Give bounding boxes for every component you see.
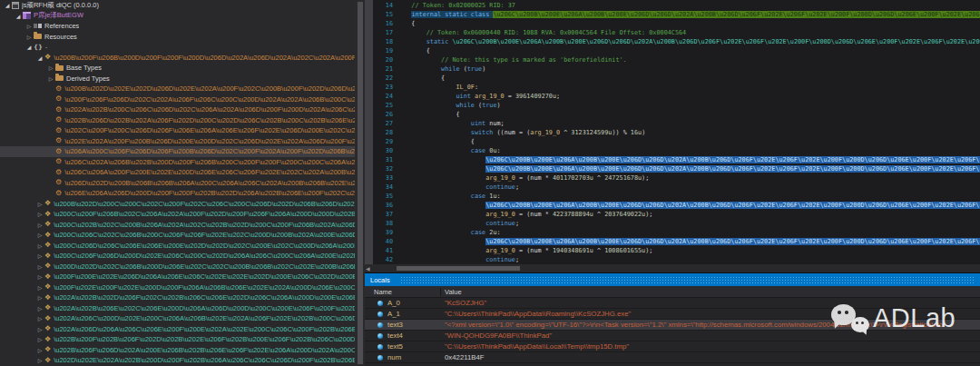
- scroll-left-arrow-icon[interactable]: ◀: [366, 265, 370, 272]
- tree-item[interactable]: ▷❖\u200C\u202B\u202C\u200B\u206A\u202A\u…: [0, 220, 355, 231]
- collapsed-arrow-icon[interactable]: ▷: [35, 336, 44, 342]
- code-line[interactable]: 38 continue;: [373, 219, 980, 228]
- highlighted-symbol[interactable]: \u206C\u200B\u200E\u206A\u200B\u200E\u20…: [485, 238, 980, 245]
- collapsed-arrow-icon[interactable]: ▷: [35, 232, 44, 238]
- tree-item[interactable]: ⚙\u206D\u202D\u200B\u206B\u206B\u206A\u2…: [0, 178, 355, 189]
- tree-item[interactable]: ▷References: [0, 21, 355, 32]
- tree-item[interactable]: ▷❖\u200F\u202E\u200F\u202E\u200D\u200F\u…: [0, 282, 355, 293]
- tree-item[interactable]: ◢❖\u200B\u200F\u206B\u200D\u200F\u200F\u…: [0, 53, 355, 64]
- code-line[interactable]: 22 {: [373, 74, 980, 83]
- code-line[interactable]: 17 // Token: 0x06000440 RID: 1088 RVA: 0…: [373, 28, 980, 37]
- code-line[interactable]: 23 IL_0F:: [373, 83, 980, 92]
- expanded-arrow-icon[interactable]: ◢: [35, 54, 44, 61]
- code-line[interactable]: 42 continue;: [373, 255, 980, 264]
- collapsed-arrow-icon[interactable]: ▷: [35, 242, 44, 249]
- code-horizontal-scrollbar[interactable]: ◀: [365, 264, 980, 272]
- tree-item[interactable]: ⚙\u202A\u202B\u200C\u206C\u206D\u202C\u2…: [0, 104, 355, 115]
- locals-title-bar[interactable]: Locals: [365, 273, 980, 286]
- code-line[interactable]: 41 arg_19_0 = (num * 1940348691u ^ 10086…: [373, 246, 980, 255]
- tree-item[interactable]: ▷Resources: [0, 32, 355, 43]
- code-line[interactable]: 39 case 2u:: [373, 228, 980, 237]
- code-line[interactable]: 29 {: [373, 137, 980, 146]
- code-scrollbar-thumb[interactable]: [397, 266, 520, 271]
- tree-item[interactable]: ▷❖\u202A\u206D\u206A\u206C\u206E\u200F\u…: [0, 324, 355, 335]
- collapsed-arrow-icon[interactable]: ▷: [35, 201, 44, 207]
- tree-item[interactable]: ▷❖\u200C\u206C\u202C\u206B\u200C\u206F\u…: [0, 230, 355, 241]
- tree-item[interactable]: ▷Base Types: [0, 63, 355, 74]
- locals-row[interactable]: text4"WIN-QOHDG9FA0BF\\ThinkPad": [365, 331, 980, 341]
- collapsed-arrow-icon[interactable]: ▷: [35, 284, 44, 291]
- code-line[interactable]: 33 arg_19_0 = (num * 4011702703u ^ 24725…: [373, 173, 980, 183]
- locals-row[interactable]: num0x42211B4F: [365, 352, 980, 363]
- code-line[interactable]: 31 \u206C\u200B\u200E\u206A\u200B\u200E\…: [373, 155, 980, 164]
- tree-item[interactable]: ▷❖\u202A\u206C\u200D\u202E\u200C\u206A\u…: [0, 313, 355, 324]
- locals-row[interactable]: A_0"KcSOZJHG": [365, 298, 980, 309]
- locals-column-value[interactable]: Value: [441, 288, 980, 296]
- code-line[interactable]: 36 \u206C\u200B\u200E\u206A\u200B\u200E\…: [373, 201, 980, 210]
- highlighted-symbol[interactable]: \u206C\u200B\u200E\u206A\u200B\u200E\u20…: [485, 165, 980, 173]
- tree-item[interactable]: ▷❖\u200C\u200F\u206B\u202C\u206A\u202A\u…: [0, 209, 355, 220]
- code-line[interactable]: 14 // Token: 0x02000025 RID: 37: [373, 1, 980, 10]
- code-line[interactable]: 28 switch ((num = (arg_19_0 ^ 3123124599…: [373, 128, 980, 137]
- tree-item[interactable]: ▷❖\u200B\u202D\u200C\u200C\u202C\u200F\u…: [0, 199, 355, 210]
- locals-row[interactable]: A_1"C:\\Users\\ThinkPad\\AppData\\Roamin…: [365, 309, 980, 320]
- tree-item[interactable]: ⚙\u200B\u202D\u202E\u202D\u206D\u202E\u2…: [0, 84, 355, 94]
- tree-item[interactable]: ▷❖\u202A\u202B\u206E\u202C\u206E\u200D\u…: [0, 303, 355, 314]
- code-line[interactable]: 27 uint num;: [373, 119, 980, 128]
- collapsed-arrow-icon[interactable]: ▷: [35, 263, 44, 270]
- tree-item[interactable]: ▷❖\u202B\u206F\u206D\u202A\u200E\u206B\u…: [0, 345, 355, 356]
- tree-item[interactable]: ⚙\u206C\u202A\u206B\u202B\u200D\u200F\u2…: [0, 157, 355, 168]
- tree-item[interactable]: ▷❖\u202A\u202B\u202D\u206F\u202C\u202B\u…: [0, 292, 355, 303]
- code-line[interactable]: 21 while (true): [373, 64, 980, 74]
- code-line[interactable]: 32 \u206C\u200B\u200E\u206A\u200B\u200E\…: [373, 164, 980, 173]
- code-line[interactable]: 30 case 0u:: [373, 146, 980, 155]
- collapsed-arrow-icon[interactable]: ▷: [35, 357, 44, 363]
- code-line[interactable]: 34 continue;: [373, 183, 980, 192]
- code-line[interactable]: 20 // Note: this type is marked as 'befo…: [373, 55, 980, 64]
- tree-item[interactable]: ▷❖\u200C\u206D\u206C\u206E\u206E\u200E\u…: [0, 241, 355, 252]
- collapsed-arrow-icon[interactable]: ▷: [35, 347, 44, 353]
- code-line[interactable]: 24 uint arg_19_0 = 3961409270u;: [373, 92, 980, 101]
- tree-item[interactable]: ⚙\u200F\u206F\u206D\u202C\u202A\u206F\u2…: [0, 94, 355, 105]
- tree-scrollbar-thumb[interactable]: [358, 2, 363, 364]
- tree-item[interactable]: ▷❖\u200D\u202D\u202C\u206B\u200D\u206E\u…: [0, 262, 355, 272]
- code-line[interactable]: 40 \u206C\u200B\u200E\u206A\u200B\u200E\…: [373, 237, 980, 246]
- tree-vertical-scrollbar[interactable]: [355, 0, 365, 366]
- expanded-arrow-icon[interactable]: ◢: [3, 2, 12, 8]
- collapsed-arrow-icon[interactable]: ▷: [24, 23, 34, 29]
- locals-row[interactable]: text5"C:\\Users\\ThinkPad\\AppData\\Loca…: [365, 341, 980, 352]
- tree-item[interactable]: ⚙\u202C\u200F\u200C\u206D\u206F\u206E\u2…: [0, 125, 355, 136]
- collapsed-arrow-icon[interactable]: ▷: [35, 315, 44, 321]
- expanded-arrow-icon[interactable]: ◢: [24, 44, 34, 50]
- locals-column-name[interactable]: Name: [365, 288, 441, 296]
- collapsed-arrow-icon[interactable]: ▷: [35, 211, 44, 217]
- collapsed-arrow-icon[interactable]: ▷: [35, 252, 44, 259]
- tree-item[interactable]: ▷❖\u202B\u200F\u202B\u206F\u202D\u202B\u…: [0, 334, 355, 345]
- tree-item[interactable]: ⚙\u206C\u206A\u200F\u200E\u202E\u200D\u2…: [0, 167, 355, 178]
- code-line[interactable]: 15 internal static class \u206C\u200B\u2…: [373, 10, 980, 19]
- code-line[interactable]: 37 arg_19_0 = (num * 4223788894u ^ 20376…: [373, 210, 980, 219]
- tree-item[interactable]: ⚙\u206A\u200C\u206F\u206D\u206F\u200B\u2…: [0, 146, 355, 157]
- tree-item[interactable]: ⚙\u206E\u206A\u206D\u200D\u200F\u200F\u2…: [0, 188, 355, 199]
- code-editor[interactable]: 14 // Token: 0x02000025 RID: 3715 intern…: [365, 0, 980, 264]
- breakpoint-gutter[interactable]: [365, 0, 373, 264]
- tree-item[interactable]: ▷❖\u200F\u200E\u202E\u206D\u206A\u206E\u…: [0, 272, 355, 282]
- code-line[interactable]: 26 {: [373, 110, 980, 119]
- code-line[interactable]: 16 {: [373, 19, 980, 28]
- collapsed-arrow-icon[interactable]: ▷: [46, 64, 55, 71]
- tree-item[interactable]: ◢{}-: [0, 42, 355, 53]
- code-line[interactable]: 35 case 1u:: [373, 192, 980, 201]
- code-line[interactable]: 25 while (true): [373, 101, 980, 110]
- tree-item[interactable]: ▷❖\u200C\u206F\u206D\u200D\u202E\u206C\u…: [0, 251, 355, 262]
- collapsed-arrow-icon[interactable]: ▷: [35, 305, 44, 312]
- collapsed-arrow-icon[interactable]: ▷: [35, 222, 44, 228]
- tree-item[interactable]: ◢P席je泽ButEGW: [0, 11, 355, 22]
- collapsed-arrow-icon[interactable]: ▷: [24, 34, 34, 40]
- tree-item[interactable]: ◢js顽RFH顽 diQC (0.0.0.0): [0, 0, 355, 11]
- tree-item[interactable]: ⚙\u202E\u202A\u200F\u200B\u206D\u200E\u2…: [0, 136, 355, 147]
- highlighted-symbol[interactable]: \u206C\u200B\u200E\u206A\u200B\u200E\u20…: [485, 202, 980, 209]
- collapsed-arrow-icon[interactable]: ▷: [35, 294, 44, 301]
- highlighted-symbol[interactable]: \u206C\u200B\u200E\u206A\u200B\u200E\u20…: [485, 156, 980, 163]
- tree-item[interactable]: ⚙\u202B\u206D\u202B\u202A\u206F\u202D\u2…: [0, 115, 355, 126]
- collapsed-arrow-icon[interactable]: ▷: [46, 75, 55, 82]
